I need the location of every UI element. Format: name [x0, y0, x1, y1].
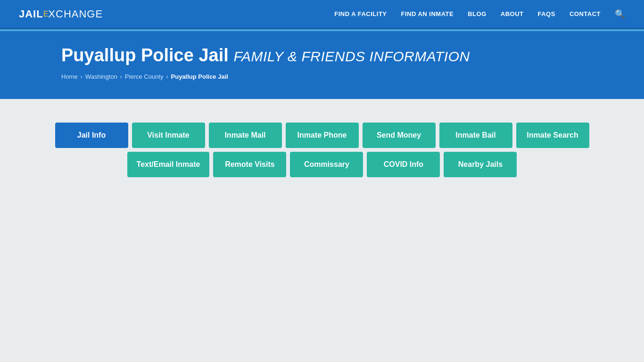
buttons-row-2: Text/Email Inmate Remote Visits Commissa… [127, 152, 517, 177]
logo-jail-text: JAIL [19, 8, 43, 20]
btn-covid-info[interactable]: COVID Info [367, 152, 440, 177]
btn-jail-info[interactable]: Jail Info [55, 123, 128, 148]
page-title-main: Puyallup Police Jail [61, 45, 229, 65]
site-header: JAILEXCHANGE FIND A FACILITY FIND AN INM… [0, 0, 644, 29]
btn-send-money[interactable]: Send Money [363, 123, 436, 148]
search-icon[interactable]: 🔍 [615, 9, 625, 19]
nav-blog[interactable]: BLOG [468, 10, 487, 17]
main-content: Jail Info Visit Inmate Inmate Mail Inmat… [0, 99, 644, 302]
btn-text-email-inmate[interactable]: Text/Email Inmate [127, 152, 210, 177]
nav-contact[interactable]: CONTACT [570, 10, 601, 17]
buttons-row-1: Jail Info Visit Inmate Inmate Mail Inmat… [55, 123, 589, 148]
site-logo[interactable]: JAILEXCHANGE [19, 8, 103, 20]
logo-xchange-text: XCHANGE [48, 8, 103, 20]
breadcrumb-sep-1: › [81, 74, 83, 80]
page-title-sub: FAMILY & FRIENDS INFORMATION [233, 49, 470, 64]
btn-remote-visits[interactable]: Remote Visits [213, 152, 286, 177]
breadcrumb-pierce-county[interactable]: Pierce County [125, 73, 164, 80]
btn-inmate-search[interactable]: Inmate Search [516, 123, 589, 148]
navigation-buttons: Jail Info Visit Inmate Inmate Mail Inmat… [61, 118, 583, 187]
breadcrumb-sep-3: › [166, 74, 168, 80]
btn-inmate-mail[interactable]: Inmate Mail [209, 123, 282, 148]
page-title: Puyallup Police Jail FAMILY & FRIENDS IN… [61, 45, 583, 66]
main-nav: FIND A FACILITY FIND AN INMATE BLOG ABOU… [334, 9, 625, 19]
breadcrumb-washington[interactable]: Washington [85, 73, 117, 80]
breadcrumb-current: Puyallup Police Jail [171, 73, 228, 80]
hero-section: Puyallup Police Jail FAMILY & FRIENDS IN… [0, 31, 644, 99]
btn-inmate-phone[interactable]: Inmate Phone [286, 123, 359, 148]
btn-commissary[interactable]: Commissary [290, 152, 363, 177]
logo-x-text: E [43, 10, 49, 18]
nav-faqs[interactable]: FAQs [538, 10, 555, 17]
btn-visit-inmate[interactable]: Visit Inmate [132, 123, 205, 148]
breadcrumb-sep-2: › [120, 74, 122, 80]
btn-nearby-jails[interactable]: Nearby Jails [444, 152, 517, 177]
breadcrumb-home[interactable]: Home [61, 73, 78, 80]
breadcrumb: Home › Washington › Pierce County › Puya… [61, 73, 583, 80]
nav-find-facility[interactable]: FIND A FACILITY [334, 10, 387, 17]
nav-about[interactable]: ABOUT [501, 10, 524, 17]
btn-inmate-bail[interactable]: Inmate Bail [439, 123, 512, 148]
nav-find-inmate[interactable]: FIND AN INMATE [401, 10, 454, 17]
